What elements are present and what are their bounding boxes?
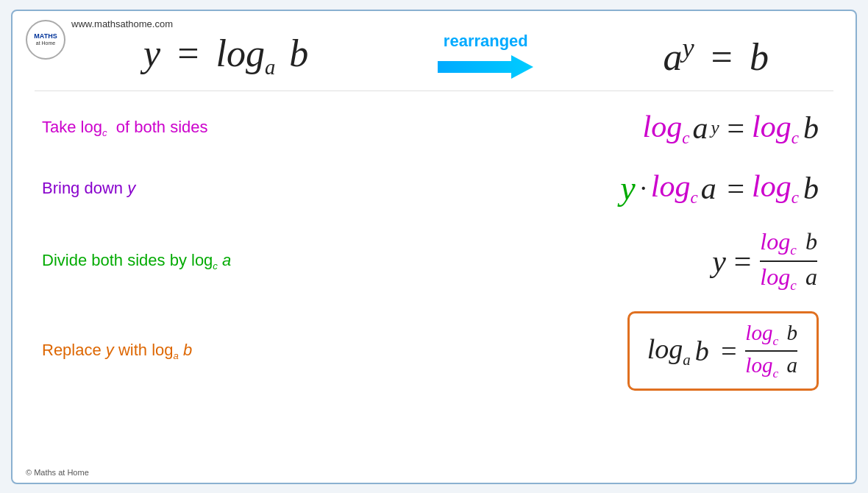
step4-formula: loga b = logc b logc a — [434, 304, 833, 398]
answer-box: loga b = logc b logc a — [627, 311, 819, 391]
copyright: © Maths at Home — [26, 468, 89, 477]
step1-label: Take logc of both sides — [35, 99, 434, 158]
logo-top: MATHS — [34, 33, 57, 40]
top-formula-section: y = loga b rearranged ay = b — [35, 32, 833, 91]
original-formula: y = loga b — [143, 32, 308, 79]
step3-formula: y = logc b logc a — [434, 218, 833, 304]
steps-grid: Take logc of both sides logc ay = logc b… — [35, 99, 833, 398]
logo: MATHS at Home — [26, 20, 65, 60]
step3-label: Divide both sides by logc a — [35, 218, 434, 304]
rearranged-formula: ay = b — [663, 32, 768, 79]
rearranged-label: rearranged — [444, 32, 528, 51]
step1-formula: logc ay = logc b — [434, 99, 833, 158]
step2-label: Bring down y — [35, 158, 434, 218]
step2-formula: y · logc a = logc b — [434, 158, 833, 218]
arrow-section: rearranged — [438, 32, 533, 80]
main-card: MATHS at Home www.mathsathome.com y = lo… — [11, 10, 857, 484]
svg-marker-0 — [438, 55, 533, 79]
logo-bottom: at Home — [36, 40, 55, 46]
arrow-icon — [438, 54, 533, 80]
website-url: www.mathsathome.com — [71, 18, 173, 29]
step4-label: Replace y with loga b — [35, 304, 434, 398]
